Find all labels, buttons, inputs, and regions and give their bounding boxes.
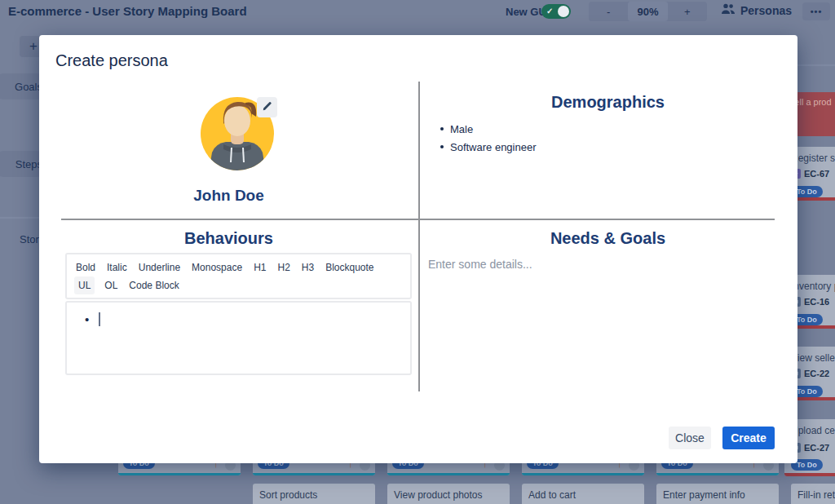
bold-button[interactable]: Bold <box>74 259 97 276</box>
epic-color-bar <box>522 473 644 475</box>
epic-color-bar <box>118 473 241 475</box>
zoom-controls: - 90% + <box>589 2 707 21</box>
h3-button[interactable]: H3 <box>300 259 316 276</box>
bullet-icon <box>440 145 444 148</box>
modal-title: Create persona <box>55 51 168 70</box>
toggle-knob <box>558 6 569 17</box>
new-gui-toggle[interactable]: ✓ <box>541 4 571 19</box>
bullet-icon <box>440 127 444 130</box>
personas-label: Personas <box>740 4 792 17</box>
pencil-icon <box>262 100 272 115</box>
needs-goals-heading: Needs & Goals <box>418 229 797 248</box>
blockquote-button[interactable]: Blockquote <box>324 259 375 276</box>
check-icon: ✓ <box>546 7 553 15</box>
issue-key: EC-27 <box>804 443 829 453</box>
needs-goals-input[interactable]: Enter some details... <box>428 258 532 271</box>
board-title: E-commerce - User Story Mapping Board <box>8 4 247 18</box>
behaviours-editor[interactable]: • <box>65 301 412 375</box>
list-item: Software engineer <box>440 138 537 156</box>
underline-button[interactable]: Underline <box>137 259 182 276</box>
quadrant-horizontal-divider <box>61 219 775 220</box>
code-block-button[interactable]: Code Block <box>127 276 180 294</box>
task-card[interactable]: View product photos <box>387 484 510 504</box>
close-button[interactable]: Close <box>669 427 711 449</box>
rich-text-toolbar: Bold Italic Underline Monospace H1 H2 H3… <box>65 253 412 299</box>
epic-color-bar <box>656 473 779 475</box>
zoom-in-button[interactable]: + <box>668 2 707 21</box>
app-stage: E-commerce - User Story Mapping Board Ne… <box>0 0 835 504</box>
bullet-icon: • <box>85 312 89 326</box>
epic-color-bar <box>387 473 510 475</box>
epic-color-bar <box>784 473 835 476</box>
task-card[interactable]: Fill-in retail <box>791 484 835 504</box>
row-divider <box>797 64 835 66</box>
task-card[interactable]: Enter payment info <box>656 484 779 504</box>
h2-button[interactable]: H2 <box>276 259 291 276</box>
task-card[interactable]: Sort products <box>253 484 375 504</box>
row-divider <box>0 217 39 219</box>
create-button[interactable]: Create <box>722 427 775 449</box>
zoom-out-button[interactable]: - <box>589 2 628 21</box>
italic-button[interactable]: Italic <box>105 259 129 276</box>
ol-button[interactable]: OL <box>103 276 119 294</box>
ul-button[interactable]: UL <box>74 276 95 294</box>
row-label-stories[interactable]: Stor <box>20 233 39 245</box>
create-persona-modal: Create persona <box>39 35 797 463</box>
demographics-list: Male Software engineer <box>440 120 537 156</box>
epic-color-bar <box>253 473 375 475</box>
monospace-button[interactable]: Monospace <box>190 259 244 276</box>
behaviours-heading: Behaviours <box>39 229 418 248</box>
zoom-level: 90% <box>628 2 667 21</box>
issue-key: EC-16 <box>804 297 829 307</box>
people-icon <box>721 3 736 17</box>
task-card[interactable]: Add to cart <box>522 484 644 504</box>
text-cursor <box>99 312 100 326</box>
issue-key: EC-67 <box>804 169 829 179</box>
personas-button[interactable]: Personas <box>721 3 792 17</box>
issue-key: EC-22 <box>804 369 829 378</box>
demographics-heading: Demographics <box>418 93 797 112</box>
more-menu-button[interactable]: ••• <box>802 2 830 20</box>
persona-name: John Doe <box>39 187 418 205</box>
list-item: Male <box>440 120 537 138</box>
edit-avatar-button[interactable] <box>257 97 277 117</box>
h1-button[interactable]: H1 <box>252 259 267 276</box>
